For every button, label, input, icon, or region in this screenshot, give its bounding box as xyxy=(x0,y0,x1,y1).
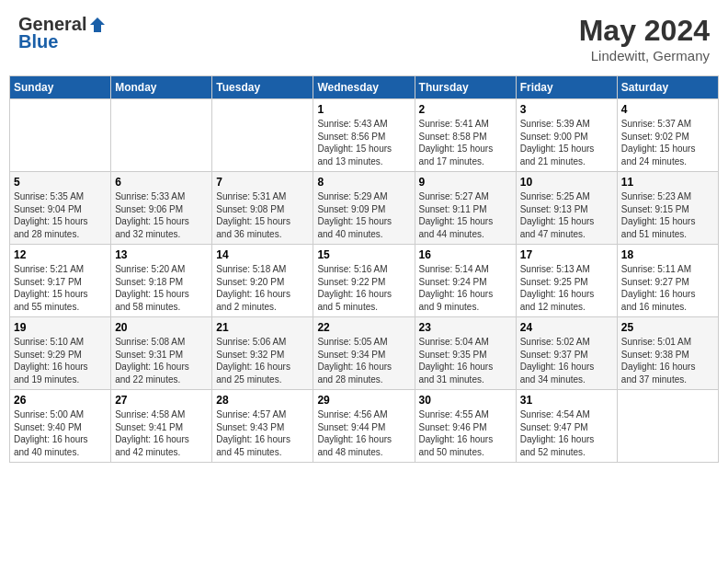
day-number: 23 xyxy=(419,321,512,334)
day-info: Sunrise: 4:57 AM Sunset: 9:43 PM Dayligh… xyxy=(216,408,309,458)
location-subtitle: Lindewitt, Germany xyxy=(579,48,710,63)
day-info: Sunrise: 5:25 AM Sunset: 9:13 PM Dayligh… xyxy=(520,190,613,240)
day-number: 13 xyxy=(115,248,208,261)
day-number: 8 xyxy=(317,176,410,189)
day-cell-18: 18Sunrise: 5:11 AM Sunset: 9:27 PM Dayli… xyxy=(617,245,718,317)
day-info: Sunrise: 5:21 AM Sunset: 9:17 PM Dayligh… xyxy=(14,263,107,313)
day-cell-5: 5Sunrise: 5:35 AM Sunset: 9:04 PM Daylig… xyxy=(10,172,111,245)
weekday-header-sunday: Sunday xyxy=(10,76,111,99)
day-number: 27 xyxy=(115,394,208,407)
day-cell-2: 2Sunrise: 5:41 AM Sunset: 8:58 PM Daylig… xyxy=(415,99,516,172)
day-info: Sunrise: 5:35 AM Sunset: 9:04 PM Dayligh… xyxy=(14,190,107,240)
empty-cell xyxy=(10,99,111,172)
day-number: 28 xyxy=(216,394,309,407)
day-cell-24: 24Sunrise: 5:02 AM Sunset: 9:37 PM Dayli… xyxy=(516,317,617,390)
day-cell-23: 23Sunrise: 5:04 AM Sunset: 9:35 PM Dayli… xyxy=(415,317,516,390)
day-info: Sunrise: 5:16 AM Sunset: 9:22 PM Dayligh… xyxy=(317,263,410,313)
weekday-header-row: SundayMondayTuesdayWednesdayThursdayFrid… xyxy=(10,76,719,99)
day-cell-31: 31Sunrise: 4:54 AM Sunset: 9:47 PM Dayli… xyxy=(516,390,617,463)
day-info: Sunrise: 5:27 AM Sunset: 9:11 PM Dayligh… xyxy=(419,190,512,240)
day-number: 1 xyxy=(317,103,410,116)
day-info: Sunrise: 5:18 AM Sunset: 9:20 PM Dayligh… xyxy=(216,263,309,313)
logo-blue: Blue xyxy=(18,31,58,52)
calendar-table: SundayMondayTuesdayWednesdayThursdayFrid… xyxy=(9,75,719,463)
title-block: May 2024 Lindewitt, Germany xyxy=(579,14,710,63)
day-info: Sunrise: 4:56 AM Sunset: 9:44 PM Dayligh… xyxy=(317,408,410,458)
day-info: Sunrise: 5:08 AM Sunset: 9:31 PM Dayligh… xyxy=(115,336,208,385)
day-cell-20: 20Sunrise: 5:08 AM Sunset: 9:31 PM Dayli… xyxy=(111,317,212,390)
day-cell-25: 25Sunrise: 5:01 AM Sunset: 9:38 PM Dayli… xyxy=(617,317,718,390)
week-row-5: 26Sunrise: 5:00 AM Sunset: 9:40 PM Dayli… xyxy=(10,390,719,463)
day-number: 19 xyxy=(14,321,107,334)
day-number: 22 xyxy=(317,321,410,334)
day-number: 6 xyxy=(115,176,208,189)
day-info: Sunrise: 5:39 AM Sunset: 9:00 PM Dayligh… xyxy=(520,118,613,167)
day-info: Sunrise: 5:00 AM Sunset: 9:40 PM Dayligh… xyxy=(14,408,107,458)
day-cell-13: 13Sunrise: 5:20 AM Sunset: 9:18 PM Dayli… xyxy=(111,245,212,317)
day-info: Sunrise: 5:10 AM Sunset: 9:29 PM Dayligh… xyxy=(14,336,107,385)
weekday-header-saturday: Saturday xyxy=(617,76,718,99)
day-number: 20 xyxy=(115,321,208,334)
day-info: Sunrise: 5:33 AM Sunset: 9:06 PM Dayligh… xyxy=(115,190,208,240)
day-cell-16: 16Sunrise: 5:14 AM Sunset: 9:24 PM Dayli… xyxy=(415,245,516,317)
day-info: Sunrise: 5:01 AM Sunset: 9:38 PM Dayligh… xyxy=(621,336,714,385)
day-cell-15: 15Sunrise: 5:16 AM Sunset: 9:22 PM Dayli… xyxy=(313,245,415,317)
day-info: Sunrise: 5:13 AM Sunset: 9:25 PM Dayligh… xyxy=(520,263,613,313)
day-cell-19: 19Sunrise: 5:10 AM Sunset: 9:29 PM Dayli… xyxy=(10,317,111,390)
day-cell-29: 29Sunrise: 4:56 AM Sunset: 9:44 PM Dayli… xyxy=(313,390,415,463)
day-info: Sunrise: 5:43 AM Sunset: 8:56 PM Dayligh… xyxy=(317,118,410,167)
day-cell-17: 17Sunrise: 5:13 AM Sunset: 9:25 PM Dayli… xyxy=(516,245,617,317)
weekday-header-thursday: Thursday xyxy=(415,76,516,99)
day-cell-27: 27Sunrise: 4:58 AM Sunset: 9:41 PM Dayli… xyxy=(111,390,212,463)
day-info: Sunrise: 4:58 AM Sunset: 9:41 PM Dayligh… xyxy=(115,408,208,458)
day-info: Sunrise: 5:11 AM Sunset: 9:27 PM Dayligh… xyxy=(621,263,714,313)
day-number: 11 xyxy=(621,176,714,189)
day-number: 31 xyxy=(520,394,613,407)
day-info: Sunrise: 5:02 AM Sunset: 9:37 PM Dayligh… xyxy=(520,336,613,385)
day-cell-11: 11Sunrise: 5:23 AM Sunset: 9:15 PM Dayli… xyxy=(617,172,718,245)
day-info: Sunrise: 4:54 AM Sunset: 9:47 PM Dayligh… xyxy=(520,408,613,458)
week-row-2: 5Sunrise: 5:35 AM Sunset: 9:04 PM Daylig… xyxy=(10,172,719,245)
day-cell-21: 21Sunrise: 5:06 AM Sunset: 9:32 PM Dayli… xyxy=(212,317,313,390)
week-row-3: 12Sunrise: 5:21 AM Sunset: 9:17 PM Dayli… xyxy=(10,245,719,317)
day-cell-28: 28Sunrise: 4:57 AM Sunset: 9:43 PM Dayli… xyxy=(212,390,313,463)
day-number: 9 xyxy=(419,176,512,189)
day-number: 29 xyxy=(317,394,410,407)
day-number: 25 xyxy=(621,321,714,334)
day-number: 16 xyxy=(419,248,512,261)
day-number: 4 xyxy=(621,103,714,116)
logo: General Blue xyxy=(18,14,107,52)
empty-cell xyxy=(111,99,212,172)
day-number: 14 xyxy=(216,248,309,261)
day-cell-10: 10Sunrise: 5:25 AM Sunset: 9:13 PM Dayli… xyxy=(516,172,617,245)
day-info: Sunrise: 5:23 AM Sunset: 9:15 PM Dayligh… xyxy=(621,190,714,240)
day-info: Sunrise: 4:55 AM Sunset: 9:46 PM Dayligh… xyxy=(419,408,512,458)
day-cell-7: 7Sunrise: 5:31 AM Sunset: 9:08 PM Daylig… xyxy=(212,172,313,245)
day-cell-12: 12Sunrise: 5:21 AM Sunset: 9:17 PM Dayli… xyxy=(10,245,111,317)
weekday-header-tuesday: Tuesday xyxy=(212,76,313,99)
day-number: 30 xyxy=(419,394,512,407)
day-number: 26 xyxy=(14,394,107,407)
day-number: 17 xyxy=(520,248,613,261)
day-cell-3: 3Sunrise: 5:39 AM Sunset: 9:00 PM Daylig… xyxy=(516,99,617,172)
weekday-header-wednesday: Wednesday xyxy=(313,76,415,99)
day-number: 21 xyxy=(216,321,309,334)
day-cell-22: 22Sunrise: 5:05 AM Sunset: 9:34 PM Dayli… xyxy=(313,317,415,390)
day-info: Sunrise: 5:20 AM Sunset: 9:18 PM Dayligh… xyxy=(115,263,208,313)
day-number: 12 xyxy=(14,248,107,261)
day-number: 7 xyxy=(216,176,309,189)
day-info: Sunrise: 5:29 AM Sunset: 9:09 PM Dayligh… xyxy=(317,190,410,240)
day-number: 24 xyxy=(520,321,613,334)
logo-icon xyxy=(88,16,107,34)
week-row-4: 19Sunrise: 5:10 AM Sunset: 9:29 PM Dayli… xyxy=(10,317,719,390)
page-header: General Blue May 2024 Lindewitt, Germany xyxy=(9,9,719,68)
day-info: Sunrise: 5:14 AM Sunset: 9:24 PM Dayligh… xyxy=(419,263,512,313)
weekday-header-monday: Monday xyxy=(111,76,212,99)
day-cell-8: 8Sunrise: 5:29 AM Sunset: 9:09 PM Daylig… xyxy=(313,172,415,245)
day-number: 5 xyxy=(14,176,107,189)
day-number: 15 xyxy=(317,248,410,261)
svg-marker-0 xyxy=(90,17,105,32)
day-info: Sunrise: 5:04 AM Sunset: 9:35 PM Dayligh… xyxy=(419,336,512,385)
day-cell-26: 26Sunrise: 5:00 AM Sunset: 9:40 PM Dayli… xyxy=(10,390,111,463)
empty-cell xyxy=(617,390,718,463)
